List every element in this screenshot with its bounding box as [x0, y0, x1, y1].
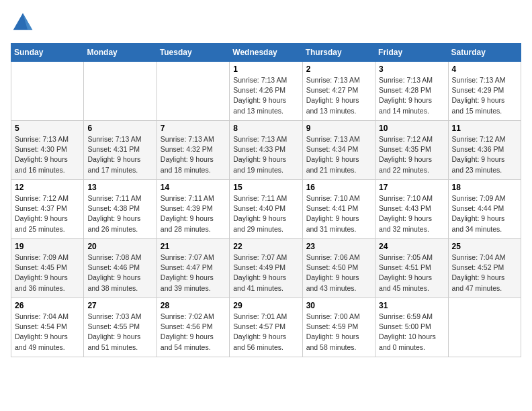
day-number: 12: [15, 183, 80, 192]
calendar-cell: 2Sunrise: 7:13 AMSunset: 4:27 PMDaylight…: [302, 62, 375, 121]
day-info: Sunrise: 7:13 AMSunset: 4:26 PMDaylight:…: [233, 75, 298, 116]
calendar-cell: 18Sunrise: 7:09 AMSunset: 4:44 PMDayligh…: [448, 180, 521, 239]
day-info: Sunrise: 7:10 AMSunset: 4:41 PMDaylight:…: [306, 193, 371, 234]
calendar-week-row: 5Sunrise: 7:13 AMSunset: 4:30 PMDaylight…: [11, 121, 521, 180]
day-info: Sunrise: 7:09 AMSunset: 4:44 PMDaylight:…: [452, 193, 517, 234]
day-info: Sunrise: 7:01 AMSunset: 4:57 PMDaylight:…: [233, 312, 298, 353]
calendar-cell: 27Sunrise: 7:03 AMSunset: 4:55 PMDayligh…: [84, 298, 157, 357]
day-number: 2: [306, 64, 371, 74]
day-info: Sunrise: 7:13 AMSunset: 4:34 PMDaylight:…: [306, 134, 371, 175]
day-number: 1: [233, 64, 298, 74]
day-info: Sunrise: 7:02 AMSunset: 4:56 PMDaylight:…: [161, 312, 226, 353]
day-number: 14: [161, 183, 226, 192]
calendar-cell: [157, 62, 229, 121]
day-info: Sunrise: 7:12 AMSunset: 4:37 PMDaylight:…: [15, 193, 80, 234]
day-number: 5: [15, 124, 80, 133]
day-info: Sunrise: 7:12 AMSunset: 4:36 PMDaylight:…: [452, 134, 517, 175]
calendar-cell: 31Sunrise: 6:59 AMSunset: 5:00 PMDayligh…: [375, 298, 448, 357]
day-info: Sunrise: 7:13 AMSunset: 4:30 PMDaylight:…: [15, 134, 80, 175]
page-header: [11, 11, 521, 35]
calendar-cell: 9Sunrise: 7:13 AMSunset: 4:34 PMDaylight…: [302, 121, 375, 180]
weekday-header-tuesday: Tuesday: [157, 44, 229, 62]
calendar-cell: 4Sunrise: 7:13 AMSunset: 4:29 PMDaylight…: [448, 62, 521, 121]
weekday-header-sunday: Sunday: [11, 44, 84, 62]
day-info: Sunrise: 7:04 AMSunset: 4:54 PMDaylight:…: [15, 312, 80, 353]
calendar-cell: [448, 298, 521, 357]
day-number: 28: [161, 301, 226, 310]
day-number: 21: [161, 242, 226, 251]
day-number: 23: [306, 242, 371, 251]
calendar-cell: 22Sunrise: 7:07 AMSunset: 4:49 PMDayligh…: [230, 239, 302, 298]
calendar-cell: 14Sunrise: 7:11 AMSunset: 4:39 PMDayligh…: [157, 180, 229, 239]
logo: [11, 11, 38, 35]
calendar-cell: 21Sunrise: 7:07 AMSunset: 4:47 PMDayligh…: [157, 239, 229, 298]
day-number: 15: [233, 183, 298, 192]
day-number: 6: [87, 124, 152, 133]
weekday-header-wednesday: Wednesday: [230, 44, 302, 62]
day-info: Sunrise: 7:11 AMSunset: 4:39 PMDaylight:…: [161, 193, 226, 234]
calendar-cell: 12Sunrise: 7:12 AMSunset: 4:37 PMDayligh…: [11, 180, 84, 239]
day-info: Sunrise: 7:07 AMSunset: 4:47 PMDaylight:…: [161, 253, 226, 293]
day-info: Sunrise: 7:05 AMSunset: 4:51 PMDaylight:…: [379, 253, 444, 293]
calendar-cell: 13Sunrise: 7:11 AMSunset: 4:38 PMDayligh…: [84, 180, 157, 239]
day-info: Sunrise: 7:09 AMSunset: 4:45 PMDaylight:…: [15, 253, 80, 293]
day-info: Sunrise: 7:00 AMSunset: 4:59 PMDaylight:…: [306, 312, 371, 353]
day-info: Sunrise: 7:13 AMSunset: 4:29 PMDaylight:…: [452, 75, 517, 116]
day-info: Sunrise: 7:04 AMSunset: 4:52 PMDaylight:…: [452, 253, 517, 293]
day-number: 7: [161, 124, 226, 133]
day-number: 22: [233, 242, 298, 251]
day-info: Sunrise: 7:11 AMSunset: 4:40 PMDaylight:…: [233, 193, 298, 234]
day-info: Sunrise: 7:11 AMSunset: 4:38 PMDaylight:…: [87, 193, 152, 234]
calendar-cell: 1Sunrise: 7:13 AMSunset: 4:26 PMDaylight…: [230, 62, 302, 121]
weekday-header-monday: Monday: [84, 44, 157, 62]
day-number: 8: [233, 124, 298, 133]
weekday-header-saturday: Saturday: [448, 44, 521, 62]
day-info: Sunrise: 7:13 AMSunset: 4:33 PMDaylight:…: [233, 134, 298, 175]
calendar-cell: 5Sunrise: 7:13 AMSunset: 4:30 PMDaylight…: [11, 121, 84, 180]
day-number: 16: [306, 183, 371, 192]
calendar-cell: 25Sunrise: 7:04 AMSunset: 4:52 PMDayligh…: [448, 239, 521, 298]
weekday-header-row: SundayMondayTuesdayWednesdayThursdayFrid…: [11, 44, 521, 62]
calendar-cell: 19Sunrise: 7:09 AMSunset: 4:45 PMDayligh…: [11, 239, 84, 298]
day-info: Sunrise: 7:03 AMSunset: 4:55 PMDaylight:…: [87, 312, 152, 353]
day-info: Sunrise: 7:13 AMSunset: 4:28 PMDaylight:…: [379, 75, 444, 116]
day-number: 25: [452, 242, 517, 251]
weekday-header-friday: Friday: [375, 44, 448, 62]
calendar-cell: 23Sunrise: 7:06 AMSunset: 4:50 PMDayligh…: [302, 239, 375, 298]
calendar-cell: 30Sunrise: 7:00 AMSunset: 4:59 PMDayligh…: [302, 298, 375, 357]
day-number: 13: [87, 183, 152, 192]
day-number: 4: [452, 64, 517, 74]
day-number: 31: [379, 301, 444, 310]
day-info: Sunrise: 7:08 AMSunset: 4:46 PMDaylight:…: [87, 253, 152, 293]
day-number: 10: [379, 124, 444, 133]
calendar-cell: 8Sunrise: 7:13 AMSunset: 4:33 PMDaylight…: [230, 121, 302, 180]
calendar-cell: 29Sunrise: 7:01 AMSunset: 4:57 PMDayligh…: [230, 298, 302, 357]
day-number: 3: [379, 64, 444, 74]
day-info: Sunrise: 7:06 AMSunset: 4:50 PMDaylight:…: [306, 253, 371, 293]
logo-icon: [11, 11, 35, 35]
day-number: 11: [452, 124, 517, 133]
day-number: 29: [233, 301, 298, 310]
calendar-week-row: 19Sunrise: 7:09 AMSunset: 4:45 PMDayligh…: [11, 239, 521, 298]
day-number: 17: [379, 183, 444, 192]
day-info: Sunrise: 7:07 AMSunset: 4:49 PMDaylight:…: [233, 253, 298, 293]
day-info: Sunrise: 7:10 AMSunset: 4:43 PMDaylight:…: [379, 193, 444, 234]
calendar-cell: 17Sunrise: 7:10 AMSunset: 4:43 PMDayligh…: [375, 180, 448, 239]
day-info: Sunrise: 6:59 AMSunset: 5:00 PMDaylight:…: [379, 312, 444, 353]
day-number: 24: [379, 242, 444, 251]
calendar-cell: 26Sunrise: 7:04 AMSunset: 4:54 PMDayligh…: [11, 298, 84, 357]
calendar-week-row: 12Sunrise: 7:12 AMSunset: 4:37 PMDayligh…: [11, 180, 521, 239]
calendar-week-row: 1Sunrise: 7:13 AMSunset: 4:26 PMDaylight…: [11, 62, 521, 121]
calendar-cell: 11Sunrise: 7:12 AMSunset: 4:36 PMDayligh…: [448, 121, 521, 180]
weekday-header-thursday: Thursday: [302, 44, 375, 62]
calendar-cell: 20Sunrise: 7:08 AMSunset: 4:46 PMDayligh…: [84, 239, 157, 298]
calendar-cell: 15Sunrise: 7:11 AMSunset: 4:40 PMDayligh…: [230, 180, 302, 239]
day-number: 26: [15, 301, 80, 310]
day-info: Sunrise: 7:13 AMSunset: 4:31 PMDaylight:…: [87, 134, 152, 175]
calendar-cell: 16Sunrise: 7:10 AMSunset: 4:41 PMDayligh…: [302, 180, 375, 239]
calendar-cell: 24Sunrise: 7:05 AMSunset: 4:51 PMDayligh…: [375, 239, 448, 298]
calendar-cell: [84, 62, 157, 121]
calendar-cell: 6Sunrise: 7:13 AMSunset: 4:31 PMDaylight…: [84, 121, 157, 180]
calendar-cell: 28Sunrise: 7:02 AMSunset: 4:56 PMDayligh…: [157, 298, 229, 357]
day-info: Sunrise: 7:12 AMSunset: 4:35 PMDaylight:…: [379, 134, 444, 175]
